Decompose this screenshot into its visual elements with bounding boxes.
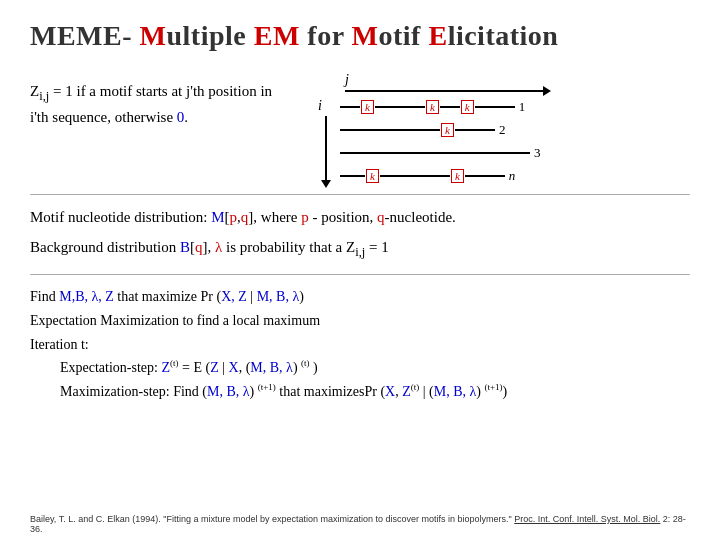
block-1a: k [361, 100, 374, 114]
i-arrowhead [321, 180, 331, 188]
title-ultiple: ultiple [166, 20, 253, 51]
divider-2 [30, 274, 690, 275]
estep-X: X [229, 360, 239, 375]
divider-1 [30, 194, 690, 195]
block-2a: k [441, 123, 454, 137]
mstep-MBl2: M, B, λ [434, 384, 477, 399]
slide-title: MEME- Multiple EM for Motif Elicitation [30, 20, 690, 52]
title-otif: otif [379, 20, 429, 51]
line-seg-1c [440, 106, 460, 108]
j-arrow-line [345, 90, 545, 92]
find-estep: Expectation-step: Z(t) = E (Z | X, (M, B… [60, 356, 690, 380]
zij-label: Zi,j = 1 if a motif starts at j'th posit… [30, 83, 272, 125]
line-seg-na [340, 175, 365, 177]
motif-q: q [241, 209, 249, 225]
title-licitation: licitation [448, 20, 559, 51]
motif-q2: q [377, 209, 385, 225]
bg-q: q [195, 239, 203, 255]
block-1b: k [426, 100, 439, 114]
j-label: j [345, 72, 349, 87]
mstep-MBl: M, B, λ [207, 384, 250, 399]
find-MBZ: M,B, λ, Z [59, 289, 114, 304]
line-seg-2a [340, 129, 440, 131]
estep-MBl: M, B, λ [250, 360, 293, 375]
slide: MEME- Multiple EM for Motif Elicitation … [0, 0, 720, 540]
line-seg-1b [375, 106, 425, 108]
bg-B: B [180, 239, 190, 255]
i-text: i [318, 98, 322, 113]
mstep-Zt: Z [402, 384, 411, 399]
intro-row: Zi,j = 1 if a motif starts at j'th posit… [30, 70, 690, 180]
seq-row-3: 3 [340, 144, 541, 162]
row-num-n: n [509, 168, 516, 184]
find-mstep: Maximization-step: Find (M, B, λ) (t+1) … [60, 380, 690, 404]
motif-M: M [211, 209, 224, 225]
estep-Z: Z [161, 360, 170, 375]
line-seg-2b [455, 129, 495, 131]
sequence-diagram: j i k [290, 70, 690, 180]
motif-distribution: Motif nucleotide distribution: M[p,q], w… [30, 205, 690, 229]
block-na: k [366, 169, 379, 183]
j-arrowhead [543, 86, 551, 96]
row-num-3: 3 [534, 145, 541, 161]
line-seg-nb [380, 175, 450, 177]
estep-Z2: Z [210, 360, 219, 375]
find-line1: Find M,B, λ, Z that maximize Pr (X, Z | … [30, 285, 690, 309]
motif-p2: p [301, 209, 309, 225]
title-em-red: EM [254, 20, 300, 51]
find-MBl: M, B, λ [257, 289, 300, 304]
citation-journal: Proc. Int. Conf. Intell. Syst. Mol. Biol… [514, 514, 660, 524]
i-arrow [325, 116, 327, 182]
citation: Bailey, T. L. and C. Elkan (1994). "Fitt… [30, 514, 690, 534]
i-label: i [318, 96, 322, 114]
i-arrow-line [325, 116, 327, 182]
zij-description: Zi,j = 1 if a motif starts at j'th posit… [30, 70, 290, 128]
block-1c: k [461, 100, 474, 114]
row-num-1: 1 [519, 99, 526, 115]
line-seg-nc [465, 175, 505, 177]
title-for: for [300, 20, 352, 51]
seq-rows: k k k 1 k 2 3 [340, 98, 541, 185]
title-motif-m: M [352, 20, 379, 51]
j-indicator: j [345, 70, 545, 92]
title-elicit-e: E [428, 20, 447, 51]
title-prefix: MEME- [30, 20, 140, 51]
find-section: Find M,B, λ, Z that maximize Pr (X, Z | … [30, 285, 690, 404]
j-arrow [345, 90, 545, 92]
seq-row-n: k k n [340, 167, 541, 185]
background-distribution: Background distribution B[q], λ is proba… [30, 235, 690, 262]
seq-row-2: k 2 [340, 121, 541, 139]
line-seg-1d [475, 106, 515, 108]
find-line3: Iteration t: [30, 333, 690, 357]
row-num-2: 2 [499, 122, 506, 138]
motif-p: p [230, 209, 238, 225]
block-nb: k [451, 169, 464, 183]
bg-lambda: λ [215, 239, 222, 255]
line-seg-3a [340, 152, 530, 154]
mstep-X: X [385, 384, 395, 399]
find-line2: Expectation Maximization to find a local… [30, 309, 690, 333]
find-XZ: X, Z [221, 289, 247, 304]
line-seg-1a [340, 106, 360, 108]
seq-row-1: k k k 1 [340, 98, 541, 116]
title-m-red: M [140, 20, 167, 51]
